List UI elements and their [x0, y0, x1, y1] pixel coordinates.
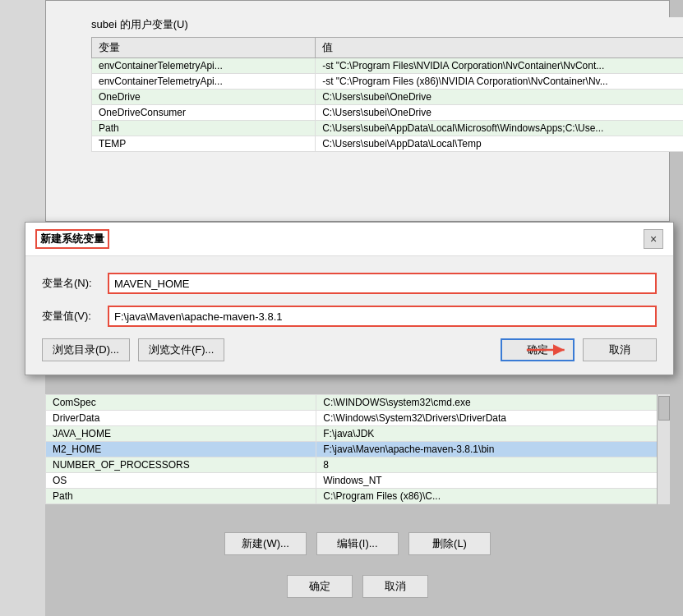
- user-vars-panel: subei 的用户变量(U) 变量 值 envContainerTelemetr…: [91, 17, 683, 152]
- red-arrow-icon: [525, 341, 570, 359]
- table-row[interactable]: NUMBER_OF_PROCESSORS8: [46, 457, 670, 473]
- table-row[interactable]: DriverDataC:\Windows\System32\Drivers\Dr…: [46, 411, 670, 426]
- table-row[interactable]: OneDriveConsumerC:\Users\subei\OneDrive: [92, 105, 684, 121]
- table-row[interactable]: PathC:\Users\subei\AppData\Local\Microso…: [92, 121, 684, 136]
- table-row[interactable]: OSWindows_NT: [46, 473, 670, 489]
- table-row[interactable]: OneDriveC:\Users\subei\OneDrive: [92, 90, 684, 105]
- scroll-thumb[interactable]: [658, 396, 670, 421]
- new-var-dialog: 新建系统变量 × 变量名(N): 变量值(V): 浏览目录(D)... 浏览文件…: [25, 222, 674, 375]
- final-ok-button[interactable]: 确定: [287, 575, 353, 598]
- final-buttons-row: 确定 取消: [45, 575, 670, 598]
- var-val-label: 变量值(V):: [42, 309, 108, 324]
- user-vars-title: subei 的用户变量(U): [91, 17, 683, 32]
- table-row[interactable]: TEMPC:\Users\subei\AppData\Local\Temp: [92, 136, 684, 152]
- left-buttons: 浏览目录(D)... 浏览文件(F)...: [42, 338, 224, 361]
- right-buttons: 确定 取消: [501, 338, 657, 361]
- dialog-body: 变量名(N): 变量值(V): 浏览目录(D)... 浏览文件(F)...: [25, 256, 673, 375]
- table-row[interactable]: ComSpecC:\WINDOWS\system32\cmd.exe: [46, 395, 670, 411]
- table-row[interactable]: envContainerTelemetryApi...-st "C:\Progr…: [92, 58, 684, 74]
- background-window: subei 的用户变量(U) 变量 值 envContainerTelemetr…: [45, 0, 670, 222]
- var-val-input[interactable]: [108, 306, 657, 327]
- table-row[interactable]: JAVA_HOMEF:\java\JDK: [46, 426, 670, 442]
- var-val-row: 变量值(V):: [42, 306, 657, 327]
- col-header-var: 变量: [92, 38, 316, 58]
- dialog-titlebar: 新建系统变量 ×: [25, 223, 673, 256]
- dialog-title: 新建系统变量: [35, 229, 109, 249]
- dialog-close-button[interactable]: ×: [644, 229, 663, 249]
- edit-button[interactable]: 编辑(I)...: [316, 532, 399, 555]
- scrollbar[interactable]: [657, 394, 670, 504]
- var-name-label: 变量名(N):: [42, 276, 108, 291]
- final-cancel-button[interactable]: 取消: [362, 575, 428, 598]
- delete-button[interactable]: 删除(L): [408, 532, 491, 555]
- var-name-input[interactable]: [108, 273, 657, 294]
- table-row[interactable]: envContainerTelemetryApi...-st "C:\Progr…: [92, 74, 684, 90]
- dialog-buttons-row: 浏览目录(D)... 浏览文件(F)... 确定 取消: [42, 338, 657, 361]
- cancel-button[interactable]: 取消: [583, 338, 657, 361]
- sys-vars-table: ComSpecC:\WINDOWS\system32\cmd.exeDriver…: [45, 394, 670, 504]
- action-buttons-row: 新建(W)... 编辑(I)... 删除(L): [45, 532, 670, 555]
- new-button[interactable]: 新建(W)...: [224, 532, 307, 555]
- table-row[interactable]: M2_HOMEF:\java\Maven\apache-maven-3.8.1\…: [46, 442, 670, 457]
- col-header-val: 值: [316, 38, 683, 58]
- browse-dir-button[interactable]: 浏览目录(D)...: [42, 338, 130, 361]
- sys-vars-section: ComSpecC:\WINDOWS\system32\cmd.exeDriver…: [45, 394, 670, 504]
- var-name-row: 变量名(N):: [42, 273, 657, 294]
- table-row[interactable]: PathC:\Program Files (x86)\C...: [46, 489, 670, 504]
- browse-file-button[interactable]: 浏览文件(F)...: [138, 338, 224, 361]
- user-vars-table: 变量 值 envContainerTelemetryApi...-st "C:\…: [91, 37, 683, 152]
